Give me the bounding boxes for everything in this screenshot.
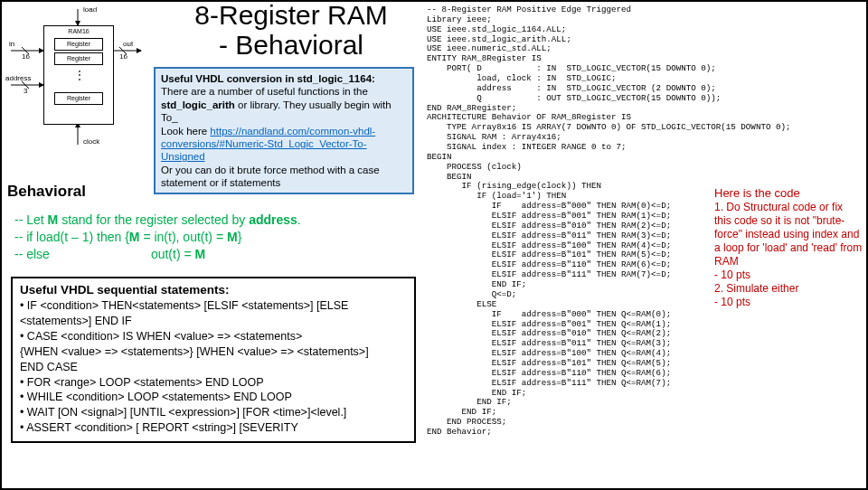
b-l1a: -- Let (14, 212, 48, 227)
b-l1c: stand for the register selected by (58, 212, 249, 227)
label-out: out (123, 40, 133, 48)
title-line-2: - Behavioral (219, 30, 363, 60)
info2-b2: • CASE <condition> IS WHEN <value> => <s… (20, 329, 407, 344)
info2-b2c: END CASE (20, 360, 407, 375)
info2-b5: • WAIT [ON <signal>] [UNTIL <expression>… (20, 405, 407, 420)
label-16a: 16 (22, 52, 30, 61)
b-l2e: } (238, 230, 242, 244)
slide: 8-Register RAM - Behavioral load RAM16 R… (0, 0, 868, 490)
info2-b3: • FOR <range> LOOP <statements> END LOOP (20, 375, 407, 391)
ram-diagram: load RAM16 Register Register ⋮ Register … (5, 5, 148, 150)
title-line-1: 8-Register RAM (194, 0, 387, 30)
reg-box-3: Register (54, 92, 103, 105)
b-l2d: M (227, 230, 238, 244)
slide-title: 8-Register RAM - Behavioral (156, 0, 427, 60)
label-dots: ⋮ (74, 69, 85, 81)
label-ramtitle: RAM16 (44, 28, 113, 34)
behavioral-desc: -- Let M stand for the register selected… (14, 212, 301, 263)
info1-l2: There are a number of useful functions i… (161, 85, 407, 98)
reg-box-1: Register (54, 38, 103, 51)
info1-l3a: std_logic_arith (161, 99, 235, 110)
b-l1e: . (297, 212, 301, 227)
notes-n2: 2. Simulate either (714, 282, 863, 296)
b-l2c: = in(t), out(t) = (140, 230, 227, 244)
b-l2a: -- if load(t – 1) then { (14, 230, 129, 244)
info-box-statements: Useful VHDL sequential statements: • IF … (11, 277, 416, 443)
label-load: load (83, 5, 97, 14)
b-l3b: out(t) = (151, 247, 195, 261)
label-clock: clock (83, 137, 99, 146)
label-address: address (5, 74, 31, 82)
info2-b1b: <statements>] END IF (20, 314, 407, 329)
info1-l4: Look here (161, 126, 210, 137)
info2-b4: • WHILE <condition> LOOP <statements> EN… (20, 390, 407, 405)
notes-n1: 1. Do Structural code or fix this code s… (714, 201, 863, 269)
notes-head: Here is the code (714, 186, 863, 201)
assignment-notes: Here is the code 1. Do Structural code o… (714, 186, 863, 309)
b-l1d: address (249, 212, 297, 227)
label-3: 3 (24, 87, 27, 95)
label-in: in (9, 40, 14, 48)
behavioral-heading: Behavioral (7, 183, 86, 201)
b-l1b: M (48, 212, 59, 227)
b-l3a: -- else (14, 247, 50, 261)
info2-b6: • ASSERT <condition> [ REPORT <string>] … (20, 420, 407, 436)
b-l3c: M (195, 247, 206, 261)
b-l2b: M (129, 230, 140, 244)
label-16b: 16 (119, 52, 127, 61)
info2-b1: • IF <condition> THEN<statements> [ELSIF… (20, 298, 407, 314)
notes-n1b: - 10 pts (714, 269, 863, 282)
notes-n2b: - 10 pts (714, 296, 863, 309)
reg-box-2: Register (54, 52, 103, 65)
info1-head: Useful VHDL conversion in std_logic_1164… (161, 73, 375, 84)
info-box-conversions: Useful VHDL conversion in std_logic_1164… (154, 67, 414, 194)
info2-head: Useful VHDL sequential statements: (20, 282, 407, 298)
info2-b2b: {WHEN <value> => <statements>} [WHEN <va… (20, 344, 407, 360)
info1-l5: Or you can do it brute force method with… (161, 164, 407, 190)
